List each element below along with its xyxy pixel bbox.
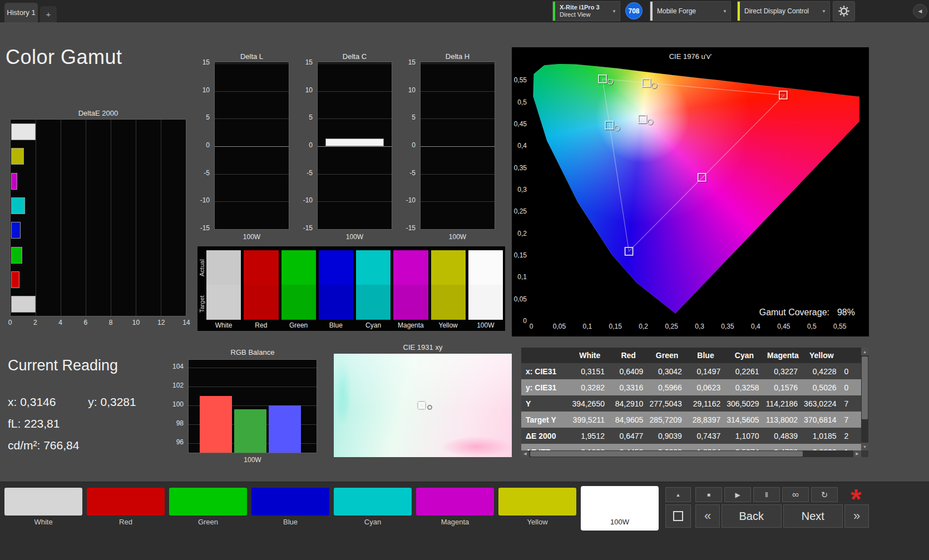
scrollbar-thumb[interactable] (530, 451, 803, 457)
scrollbar-track[interactable] (529, 450, 853, 457)
column-header: Magenta (764, 348, 802, 363)
table-cell: 2,5374 (725, 444, 763, 450)
collapse-panel-button[interactable]: ◀ (913, 4, 927, 18)
gridline (318, 201, 392, 202)
y-tick-label: -15 (303, 224, 313, 232)
meter-mode: Direct View (560, 11, 600, 18)
x-tick-label: 6 (84, 319, 88, 326)
target-swatch (281, 285, 316, 320)
patch-magenta[interactable]: Magenta (416, 488, 494, 529)
meter-count-badge[interactable]: 708 (625, 2, 643, 19)
patch-cyan[interactable]: Cyan (334, 488, 412, 529)
column-header: Yellow (802, 348, 841, 363)
loop-button[interactable]: ∞ (782, 487, 809, 502)
patch-green[interactable]: Green (169, 488, 247, 529)
meter-dropdown[interactable]: X-Rite i1Pro 3 Direct View ▼ (552, 1, 620, 21)
patch-100w[interactable]: 100W (581, 486, 659, 531)
y-tick-label: 0 (206, 141, 210, 149)
table-cell: 306,5029 (725, 395, 763, 412)
x-tick-label: 0 (8, 319, 12, 326)
gamut-marker-white (639, 115, 646, 123)
row-label: ΔE ITP (521, 444, 571, 450)
add-tab-button[interactable]: + (40, 6, 57, 22)
patch-label: Red (87, 516, 165, 527)
stop-button[interactable]: ■ (695, 487, 722, 502)
measured-marker-cyan (615, 126, 620, 131)
column-header: Blue (686, 348, 725, 363)
back-chevron-button[interactable]: « (695, 504, 720, 528)
rgb-bar-red (200, 396, 232, 453)
patch-yellow[interactable]: Yellow (498, 488, 576, 529)
table-cell: 0,3282 (571, 379, 609, 395)
scrollbar-thumb[interactable] (862, 356, 868, 419)
patch-red[interactable]: Red (87, 488, 165, 529)
cie1976-panel: CIE 1976 u'v' 00,050,10,150,20,250,30,35… (512, 47, 869, 336)
refresh-button[interactable]: ↻ (811, 487, 838, 502)
table-cell: 1,9512 (571, 428, 609, 444)
compare-swatch-magenta: Magenta (393, 250, 428, 330)
back-button[interactable]: Back (722, 504, 782, 528)
scroll-up-button[interactable]: ▲ (861, 348, 868, 355)
patch-white[interactable]: White (4, 488, 82, 529)
patch-swatch (334, 488, 412, 516)
patch-blue[interactable]: Blue (251, 488, 329, 529)
y-tick-label: -10 (303, 196, 313, 204)
gridline (215, 118, 289, 119)
table-cell: 0,9039 (648, 428, 686, 444)
settings-button[interactable] (833, 1, 855, 21)
reading-xy-line: x: 0,3146 y: 0,3281 (8, 395, 136, 409)
scroll-down-button[interactable]: ▼ (861, 443, 868, 450)
table-cell: 7 (841, 395, 862, 412)
x-axis-label: 100W (214, 233, 289, 241)
actual-swatch (431, 250, 466, 285)
measured-marker-yellow (651, 83, 656, 88)
play-button[interactable]: ▶ (724, 487, 751, 502)
x-tick-label: 0,2 (639, 323, 648, 330)
chart-title: CIE 1976 u'v' (512, 52, 869, 61)
y-tick-label: -5 (409, 169, 416, 177)
y-tick-label: 0,15 (514, 251, 527, 259)
table-cell: 1,0185 (802, 428, 841, 444)
patch-swatch (4, 488, 82, 516)
gridline (421, 146, 495, 147)
y-axis: 151050-5-10-15 (197, 62, 212, 230)
chart-title: CIE 1931 xy (334, 343, 512, 351)
actual-swatch (244, 250, 278, 285)
table-cell: 285,7209 (648, 412, 686, 428)
y-tick-label: 0,25 (514, 207, 527, 215)
display-control-dropdown[interactable]: Direct Display Control ▼ (737, 1, 830, 21)
compare-columns: WhiteRedGreenBlueCyanMagentaYellow100W (206, 250, 503, 330)
chart-title: RGB Balance (188, 348, 317, 356)
deltae-bar-100w (11, 296, 36, 313)
pause-button[interactable]: Ⅱ (753, 487, 780, 502)
y-tick-label: -10 (406, 196, 416, 204)
column-header (521, 348, 571, 363)
gridline (215, 146, 289, 147)
gamut-coverage-label: Gamut Coverage: (759, 308, 829, 317)
table-row: y: CIE310,32820,33160,59660,06230,32580,… (521, 379, 861, 395)
x-tick-label: 0,05 (553, 323, 566, 330)
x-axis-label: 100W (188, 456, 317, 464)
next-chevron-button[interactable]: » (844, 504, 869, 528)
patch-swatch (582, 488, 657, 516)
table-cell: 114,2186 (764, 395, 802, 412)
source-dropdown[interactable]: Mobile Forge ▼ (650, 1, 731, 21)
table-vertical-scrollbar[interactable]: ▲ ▼ (861, 348, 868, 450)
panel-up-button[interactable]: ▲ (665, 487, 691, 502)
rgb-balance-plot (188, 359, 317, 453)
target-swatch (319, 285, 353, 320)
delta-l-plot (214, 62, 289, 230)
history-tab[interactable]: History 1 (4, 3, 38, 22)
scroll-left-button[interactable]: ◀ (521, 450, 529, 457)
table-horizontal-scrollbar[interactable]: ◀ ▶ (521, 450, 861, 457)
gridline (421, 91, 495, 92)
scroll-right-button[interactable]: ▶ (853, 450, 861, 457)
scrollbar-track[interactable] (861, 355, 868, 443)
patch-label: Green (169, 516, 247, 527)
y-axis: 1041021009896 (170, 359, 186, 453)
next-button[interactable]: Next (783, 504, 843, 528)
swatch-label: Blue (319, 320, 353, 330)
y-axis: 151050-5-10-15 (300, 62, 315, 230)
table-cell: 370,6814 (802, 412, 841, 428)
patch-window-button[interactable] (665, 504, 691, 528)
